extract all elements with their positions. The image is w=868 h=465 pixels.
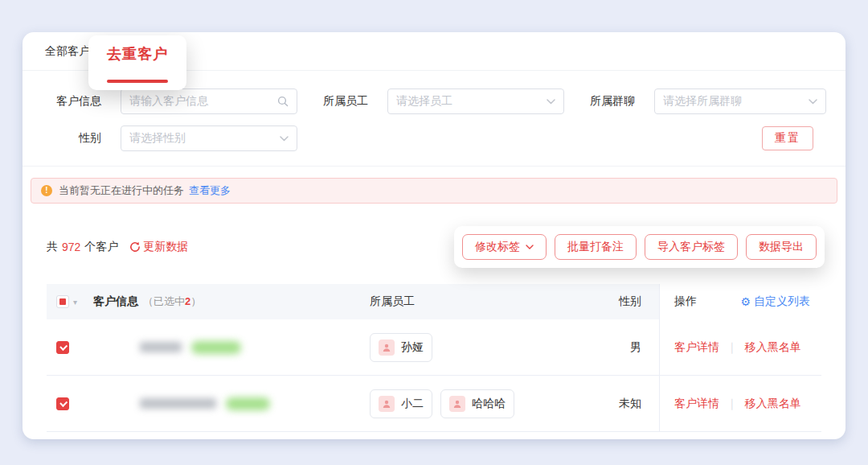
move-to-blacklist-link[interactable]: 移入黑名单 (745, 340, 801, 355)
redacted-avatar (93, 386, 129, 422)
gender-value: 男 (630, 340, 641, 355)
select-dropdown-caret-icon[interactable]: ▾ (73, 298, 77, 307)
warning-icon: ! (41, 185, 52, 196)
refresh-icon (129, 241, 141, 253)
person-icon (379, 339, 395, 356)
refresh-label: 更新数据 (143, 240, 188, 254)
chevron-down-icon (280, 136, 289, 142)
tab-dedupe-label: 去重客户 (107, 44, 168, 64)
tab-dedupe-customers-callout[interactable]: 去重客户 (88, 35, 186, 90)
customer-table: ▾ 客户信息 （已选中2） 所属员工 性别 操作 ⚙ 自定义列表 (47, 284, 821, 432)
redacted-customer-name (140, 342, 182, 352)
gear-icon: ⚙ (740, 295, 751, 308)
chevron-down-icon (547, 99, 555, 105)
gender-placeholder: 请选择性别 (129, 131, 280, 146)
move-to-blacklist-link[interactable]: 移入黑名单 (745, 397, 801, 411)
person-icon (379, 396, 395, 412)
selected-count-text: （已选中2） (143, 294, 201, 309)
redacted-customer-name (140, 398, 216, 409)
group-chat-placeholder: 请选择所属群聊 (663, 94, 809, 109)
export-data-button[interactable]: 数据导出 (746, 234, 817, 260)
table-row: 小二 哈哈哈 未知 客户详情 ｜ 移入黑名单 (47, 376, 821, 432)
search-icon (277, 96, 289, 107)
batch-remark-button[interactable]: 批量打备注 (555, 234, 637, 260)
customer-detail-link[interactable]: 客户详情 (674, 340, 719, 355)
gender-label: 性别 (55, 131, 101, 146)
import-tags-button[interactable]: 导入客户标签 (645, 234, 738, 260)
customer-info-label: 客户信息 (55, 94, 101, 109)
count-prefix: 共 (47, 240, 58, 254)
redacted-wechat-badge (191, 341, 241, 354)
gender-select[interactable]: 请选择性别 (121, 126, 297, 151)
refresh-data-button[interactable]: 更新数据 (129, 240, 188, 254)
customize-columns-button[interactable]: ⚙ 自定义列表 (740, 294, 810, 309)
task-alert-banner: ! 当前暂无正在进行中的任务 查看更多 (31, 178, 837, 204)
action-separator: ｜ (727, 397, 738, 411)
employee-name: 小二 (401, 397, 424, 411)
modify-tags-button[interactable]: 修改标签 (462, 234, 547, 260)
active-tab-underline (107, 80, 168, 83)
batch-actions-callout: 修改标签 批量打备注 导入客户标签 数据导出 (454, 226, 825, 268)
customer-count-summary: 共 972 个客户 更新数据 (47, 240, 188, 254)
row-checkbox[interactable] (56, 341, 69, 354)
employee-chip[interactable]: 小二 (370, 389, 432, 418)
tab-all-customers[interactable]: 全部客户 (45, 44, 90, 59)
count-suffix: 个客户 (84, 240, 118, 254)
employee-chip[interactable]: 孙娅 (370, 333, 432, 362)
customize-columns-label: 自定义列表 (754, 294, 810, 309)
customer-count: 972 (62, 241, 80, 253)
employee-placeholder: 请选择员工 (396, 94, 547, 109)
redacted-avatar (93, 330, 129, 365)
row-checkbox[interactable] (56, 397, 69, 410)
chevron-down-icon (526, 245, 534, 249)
table-row: 孙娅 男 客户详情 ｜ 移入黑名单 (47, 319, 821, 376)
header-gender: 性别 (619, 294, 641, 309)
group-chat-label: 所属群聊 (588, 94, 635, 109)
employee-name: 哈哈哈 (472, 397, 506, 411)
customer-detail-link[interactable]: 客户详情 (674, 397, 719, 411)
customer-info-placeholder: 请输入客户信息 (129, 94, 277, 109)
toolbar-row: 共 972 个客户 更新数据 修改标签 批量打备注 导入客户标签 数据导出 (23, 226, 845, 268)
redacted-wechat-badge (226, 397, 270, 410)
group-chat-select[interactable]: 请选择所属群聊 (654, 88, 826, 114)
header-employee: 所属员工 (370, 294, 415, 309)
customer-info-input[interactable]: 请输入客户信息 (121, 88, 297, 114)
select-all-checkbox[interactable] (56, 295, 69, 308)
gender-value: 未知 (619, 397, 641, 411)
view-more-link[interactable]: 查看更多 (189, 183, 231, 198)
modify-tags-label: 修改标签 (475, 240, 520, 254)
employee-name: 孙娅 (401, 340, 424, 355)
chevron-down-icon (809, 99, 817, 105)
employee-chip[interactable]: 哈哈哈 (440, 389, 514, 418)
person-icon (449, 396, 465, 412)
reset-button[interactable]: 重置 (762, 126, 813, 150)
header-customer-info: 客户信息 (93, 294, 138, 309)
tab-bar: 全部客户 去重客户 (23, 32, 845, 71)
table-header: ▾ 客户信息 （已选中2） 所属员工 性别 操作 ⚙ 自定义列表 (47, 284, 821, 319)
employee-label: 所属员工 (321, 94, 368, 109)
header-actions: 操作 (674, 294, 697, 309)
customer-list-card: 全部客户 去重客户 客户信息 请输入客户信息 所属员工 请选择员工 (23, 32, 845, 439)
alert-message: 当前暂无正在进行中的任务 (59, 183, 184, 198)
employee-select[interactable]: 请选择员工 (387, 88, 564, 114)
action-separator: ｜ (727, 340, 738, 355)
